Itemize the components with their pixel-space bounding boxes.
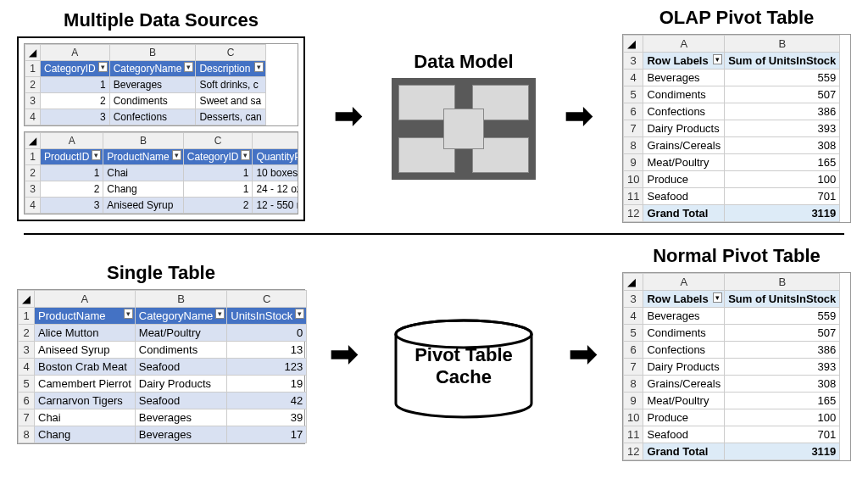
col-hdr: B: [725, 36, 840, 53]
cell: Meat/Poultry: [135, 325, 226, 342]
cell: 17: [227, 426, 307, 443]
pivot-grand-total-label: Grand Total: [643, 205, 725, 222]
olap-pivot-section: OLAP Pivot Table ◢AB3Row Labels▾Sum of U…: [622, 7, 851, 223]
cell: Dairy Products: [135, 376, 226, 393]
filter-dropdown-icon[interactable]: ▾: [713, 292, 722, 303]
col-hdr: B: [135, 291, 226, 308]
cell: Confections: [109, 109, 196, 125]
cell: Camembert Pierrot: [35, 376, 136, 393]
col-hdr: A: [41, 44, 110, 60]
pivot-value: 701: [725, 426, 840, 443]
filter-header[interactable]: ProductName: [35, 308, 136, 325]
row-hdr: 2: [25, 76, 41, 92]
pivot-value: 559: [725, 308, 840, 325]
filter-header[interactable]: CategoryID: [183, 148, 253, 164]
cell: Aniseed Syrup: [103, 197, 183, 213]
pivot-row-labels-header[interactable]: Row Labels▾: [643, 291, 725, 308]
pivot-row-label: Confections: [643, 103, 725, 120]
pivot-grand-total-value: 3119: [725, 205, 840, 222]
pivot-row-label: Dairy Products: [643, 359, 725, 376]
filter-header[interactable]: QuantityPerUnit: [253, 148, 298, 164]
row-hdr: 4: [624, 70, 643, 86]
cell: Chai: [103, 164, 183, 181]
filter-header[interactable]: Description: [196, 60, 265, 76]
sheet-corner-icon: ◢: [624, 36, 643, 53]
pivot-value: 100: [725, 171, 840, 188]
col-hdr: C: [183, 132, 253, 148]
row-hdr: 8: [19, 426, 35, 443]
row-hdr: 8: [624, 376, 643, 393]
row-hdr: 11: [624, 188, 643, 205]
pivot-value: 308: [725, 376, 840, 393]
filter-header[interactable]: UnitsInStock: [227, 308, 307, 325]
cell: 13: [227, 342, 307, 359]
normal-pivot-section: Normal Pivot Table ◢AB3Row Labels▾Sum of…: [622, 245, 851, 461]
pivot-value: 308: [725, 137, 840, 154]
pivot-row-label: Condiments: [643, 325, 725, 342]
cell: 10 boxes x 20 bags: [253, 164, 298, 181]
col-hdr: A: [41, 132, 103, 148]
title-multiple-sources: Multiple Data Sources: [64, 9, 259, 31]
sheet-corner-icon: ◢: [25, 132, 41, 148]
pivot-value: 386: [725, 342, 840, 359]
row-hdr: 2: [19, 325, 35, 342]
cell: Seafood: [135, 393, 226, 409]
col-hdr: A: [643, 274, 725, 291]
row-hdr: 1: [25, 148, 41, 164]
row-hdr: 12: [624, 443, 643, 460]
pivot-row-label: Grains/Cereals: [643, 376, 725, 393]
pivot-values-header: Sum of UnitsInStock: [725, 53, 840, 70]
divider: [24, 233, 844, 235]
pivot-row-label: Condiments: [643, 86, 725, 103]
row-hdr: 7: [624, 359, 643, 376]
pivot-value: 507: [725, 86, 840, 103]
pivot-row-labels-header[interactable]: Row Labels▾: [643, 53, 725, 70]
pivot-row-label: Confections: [643, 342, 725, 359]
filter-header[interactable]: ProductID: [41, 148, 103, 164]
pivot-row-label: Beverages: [643, 70, 725, 86]
pivot-row-label: Dairy Products: [643, 120, 725, 137]
pivot-value: 701: [725, 188, 840, 205]
cell: Sweet and sa: [196, 92, 265, 109]
data-model-diagram: [392, 78, 536, 180]
filter-dropdown-icon[interactable]: ▾: [713, 54, 722, 64]
col-hdr: A: [35, 291, 136, 308]
filter-header[interactable]: CategoryName: [109, 60, 196, 76]
cell: Condiments: [135, 342, 226, 359]
row-hdr: 5: [19, 376, 35, 393]
pivot-row-label: Grains/Cereals: [643, 137, 725, 154]
cell: Desserts, can: [196, 109, 265, 125]
col-hdr: C: [196, 44, 265, 60]
filter-header[interactable]: ProductName: [103, 148, 183, 164]
data-model-section: Data Model: [392, 51, 536, 180]
row-hdr: 1: [19, 308, 35, 325]
row-hdr: 10: [624, 409, 643, 426]
cell: 1: [183, 164, 253, 181]
cell: Carnarvon Tigers: [35, 393, 136, 409]
multi-sources-container: ◢ A B C 1 CategoryID CategoryName Descri…: [17, 36, 305, 221]
pivot-value: 165: [725, 154, 840, 171]
pivot-value: 559: [725, 70, 840, 86]
row-hdr: 3: [25, 181, 41, 197]
title-single-table: Single Table: [107, 262, 215, 284]
cell: 2: [183, 197, 253, 213]
row-hdr: 7: [19, 409, 35, 426]
pivot-value: 100: [725, 409, 840, 426]
row-hdr: 5: [624, 325, 643, 342]
filter-header[interactable]: CategoryName: [135, 308, 226, 325]
title-normal-pivot: Normal Pivot Table: [653, 245, 821, 267]
cell: 42: [227, 393, 307, 409]
row-hdr: 7: [624, 120, 643, 137]
single-table-section: Single Table ◢ A B C 1 ProductName Categ…: [17, 262, 305, 444]
bottom-row: Single Table ◢ A B C 1 ProductName Categ…: [0, 238, 868, 468]
row-hdr: 4: [624, 308, 643, 325]
pivot-value: 165: [725, 393, 840, 409]
row-hdr: 10: [624, 171, 643, 188]
categories-table: ◢ A B C 1 CategoryID CategoryName Descri…: [24, 43, 298, 126]
col-hdr: B: [109, 44, 196, 60]
cache-label: Pivot Table: [415, 344, 513, 366]
filter-header[interactable]: CategoryID: [41, 60, 110, 76]
pivot-value: 393: [725, 120, 840, 137]
cell: Beverages: [135, 426, 226, 443]
cell: 12 - 550 ml bottles: [253, 197, 298, 213]
